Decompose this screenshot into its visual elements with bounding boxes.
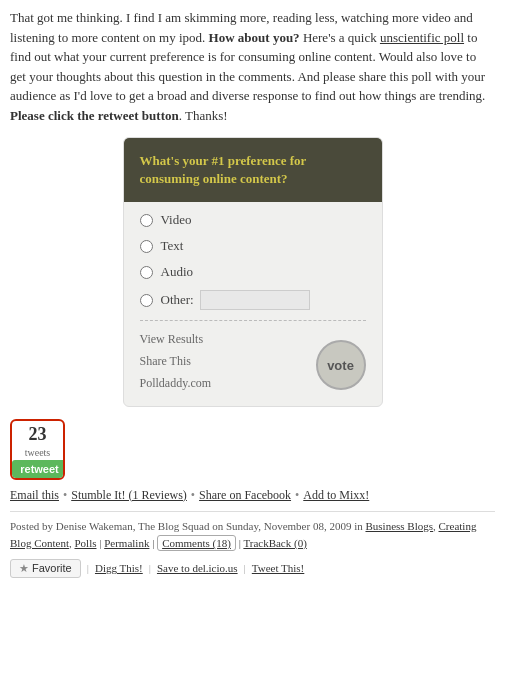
action-sep-3: | [244, 562, 246, 574]
save-delicious-link[interactable]: Save to del.icio.us [157, 562, 238, 574]
main-container: That got me thinking. I find I am skimmi… [0, 0, 505, 586]
view-results-link[interactable]: View Results [140, 332, 204, 346]
category-business-blogs[interactable]: Business Blogs [365, 520, 433, 532]
poll-question: What's your #1 preference for consuming … [124, 138, 382, 202]
tweet-count-border-box: 23 tweets retweet [10, 419, 65, 479]
unscientific-poll-link[interactable]: unscientific poll [380, 30, 464, 45]
action-sep-1: | [87, 562, 89, 574]
share-links-bar: Email this • Stumble It! (1 Reviews) • S… [10, 488, 495, 503]
poll-option-other-label: Other: [161, 292, 194, 308]
stumble-it-link[interactable]: Stumble It! (1 Reviews) [71, 488, 187, 503]
favorite-button[interactable]: ★ Favorite [10, 559, 81, 578]
retweet-section: 23 tweets retweet [10, 419, 495, 479]
comments-link[interactable]: Comments (18) [157, 535, 236, 551]
radio-video[interactable] [140, 214, 153, 227]
intro-text-4: . Thanks! [179, 108, 228, 123]
intro-paragraph: That got me thinking. I find I am skimmi… [10, 8, 495, 125]
star-icon: ★ [19, 562, 29, 575]
email-this-link[interactable]: Email this [10, 488, 59, 503]
poll-options: Video Text Audio Other: [124, 212, 382, 310]
posted-by-text: Posted by Denise Wakeman, The Blog Squad… [10, 520, 363, 532]
poll-footer: View Results Share This Polldaddy.com vo… [124, 329, 382, 394]
vote-button[interactable]: vote [316, 340, 366, 390]
radio-text[interactable] [140, 240, 153, 253]
post-meta: Posted by Denise Wakeman, The Blog Squad… [10, 511, 495, 553]
cat-sep-1: , [433, 520, 436, 532]
tweet-count-number: 23 [12, 421, 63, 446]
poll-option-video-label: Video [161, 212, 192, 228]
bullet-3: • [295, 488, 299, 503]
action-sep-2: | [149, 562, 151, 574]
poll-option-text[interactable]: Text [140, 238, 366, 254]
poll-widget: What's your #1 preference for consuming … [123, 137, 383, 407]
add-mixx-link[interactable]: Add to Mixx! [303, 488, 369, 503]
share-facebook-link[interactable]: Share on Facebook [199, 488, 291, 503]
retweet-button[interactable]: retweet [12, 460, 65, 478]
trackback-link[interactable]: TrackBack (0) [243, 537, 306, 549]
permalink-link[interactable]: Permalink [104, 537, 149, 549]
intro-text-2: Here's a quick [303, 30, 380, 45]
polldaddy-link[interactable]: Polldaddy.com [140, 376, 212, 390]
poll-option-audio-label: Audio [161, 264, 194, 280]
tweet-count-box: 23 tweets retweet [10, 419, 65, 479]
radio-audio[interactable] [140, 266, 153, 279]
poll-option-video[interactable]: Video [140, 212, 366, 228]
poll-option-other[interactable]: Other: [140, 290, 366, 310]
action-bar: ★ Favorite | Digg This! | Save to del.ic… [10, 559, 495, 578]
tweet-this-link[interactable]: Tweet This! [252, 562, 305, 574]
bullet-1: • [63, 488, 67, 503]
poll-option-text-label: Text [161, 238, 184, 254]
tweet-count-label: tweets [12, 447, 63, 458]
cat-sep-2: , [69, 537, 72, 549]
category-polls[interactable]: Polls [74, 537, 96, 549]
digg-this-link[interactable]: Digg This! [95, 562, 143, 574]
favorite-label: Favorite [32, 562, 72, 574]
poll-divider [140, 320, 366, 321]
intro-bold-1: How about you? [209, 30, 300, 45]
bullet-2: • [191, 488, 195, 503]
radio-other[interactable] [140, 294, 153, 307]
intro-bold-2: Please click the retweet button [10, 108, 179, 123]
other-text-input[interactable] [200, 290, 310, 310]
poll-links: View Results Share This Polldaddy.com [140, 329, 212, 394]
poll-option-audio[interactable]: Audio [140, 264, 366, 280]
share-this-link[interactable]: Share This [140, 354, 191, 368]
